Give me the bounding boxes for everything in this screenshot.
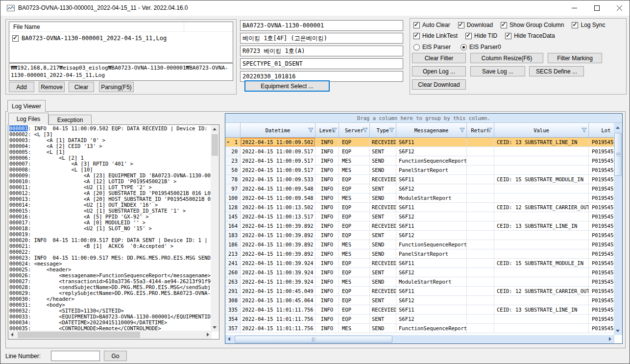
checkbox-download[interactable]: Download — [458, 22, 493, 28]
tab-log-files[interactable]: Log Files — [8, 113, 48, 125]
grid-cell[interactable]: INFO — [315, 212, 339, 221]
grid-cell[interactable]: CEID: 13 SUBSTRATE_LINE_IN — [494, 221, 589, 231]
log-line[interactable]: 000003: <A [1] DATAID '0' > — [9, 137, 211, 143]
grid-cell[interactable] — [467, 212, 494, 221]
log-line[interactable]: 000001: INFO 04-15 11:00:09.502 EQP: DAT… — [9, 125, 211, 131]
grid-cell[interactable] — [494, 315, 589, 324]
filter-marking-button[interactable]: Filter Marking — [548, 53, 602, 63]
log-line[interactable]: 000017: <A [0] MODULEID '' > — [9, 219, 211, 225]
checkbox-auto-clear[interactable]: Auto Clear — [413, 22, 450, 28]
maximize-button[interactable] — [585, 0, 608, 16]
equipment-id-field[interactable]: BA0723-OVNA-1130-000001 — [240, 20, 403, 31]
grid-cell[interactable]: MES — [339, 156, 370, 166]
minimize-button[interactable] — [563, 0, 585, 16]
grid-cell[interactable]: 78 — [225, 175, 241, 184]
checkbox-icon[interactable] — [458, 22, 464, 28]
equipment-select-button[interactable]: Equipment Select ... — [244, 80, 330, 92]
radio-eis-parser[interactable]: EIS Parser — [413, 44, 451, 50]
grid-cell[interactable]: SENT — [370, 268, 396, 277]
grid-cell[interactable]: S6F12 — [396, 268, 467, 277]
grid-cell[interactable]: 2022-04-15 11:01:11.756 — [241, 315, 315, 324]
grid-cell[interactable]: INFO — [315, 249, 339, 259]
log-grid[interactable]: Drag a column here to group by this colu… — [225, 113, 623, 344]
grid-cell[interactable]: 2022-04-15 11:00:39.924 — [241, 259, 315, 268]
grid-cell[interactable]: SENT — [370, 231, 396, 240]
grid-cell[interactable]: 2022-04-15 11:00:39.892 — [241, 221, 315, 231]
grid-cell[interactable] — [467, 296, 494, 305]
grid-cell[interactable]: RECEVIED — [370, 203, 396, 212]
log-horizontal-scrollbar[interactable] — [8, 331, 212, 339]
column-header-messagename[interactable]: Messagename — [396, 123, 467, 138]
secs-define-button[interactable]: SECS Define ... — [529, 66, 584, 76]
grid-cell[interactable]: INFO — [315, 268, 339, 277]
filter-icon[interactable] — [460, 128, 465, 133]
parsing-button[interactable]: Parsing(F5) — [99, 82, 134, 92]
grid-cell[interactable]: S6F12 — [396, 296, 467, 305]
grid-cell[interactable]: PanelStartReport — [396, 249, 467, 259]
checkbox-log-sync[interactable]: Log Sync — [572, 22, 605, 28]
checkbox-icon[interactable] — [413, 22, 420, 28]
grid-cell[interactable]: CEID: 15 SUBSTRATE_MODULE_IN — [494, 259, 589, 268]
grid-cell[interactable]: 291 — [225, 287, 241, 296]
grid-cell[interactable]: MES — [339, 194, 370, 203]
grid-cell[interactable]: SENT — [370, 147, 396, 156]
log-line[interactable]: 000013: <A [20] HOST_SUBSTRATE_ID 'P0195… — [9, 196, 211, 202]
grid-cell[interactable]: S6F11 — [396, 287, 467, 296]
log-line[interactable]: 000033: <EQUIPMENTID>BA0723-OVNA-1130-00… — [9, 314, 211, 319]
grid-cell[interactable]: INFO — [315, 221, 339, 231]
grid-cell[interactable] — [467, 240, 494, 249]
grid-cell[interactable]: CEID: 12 SUBSTRATE_CARRIER_OUT — [494, 203, 589, 212]
grid-vertical-scrollbar[interactable] — [614, 123, 622, 335]
column-header-value[interactable]: Value — [494, 123, 589, 138]
grid-cell[interactable]: 183 — [225, 231, 241, 240]
grid-cell[interactable]: 2022-04-15 11:00:45.064 — [241, 296, 315, 305]
log-line[interactable]: 000006: <L [2] 1 — [9, 155, 211, 161]
grid-cell[interactable]: 164 — [225, 221, 241, 231]
grid-cell[interactable]: INFO — [315, 287, 339, 296]
grid-cell[interactable]: S6F11 — [396, 221, 467, 231]
grid-cell[interactable]: SEND — [370, 156, 396, 166]
grid-cell[interactable] — [494, 268, 589, 277]
grid-cell[interactable]: RECEVIED — [370, 305, 396, 315]
equipment-model-field[interactable]: R0723 베이킹 1호(A) — [240, 46, 403, 56]
filter-icon[interactable] — [363, 128, 368, 133]
checkbox-hide-linktest[interactable]: Hide LinkTest — [413, 32, 458, 39]
grid-cell[interactable]: 97 — [225, 184, 241, 194]
grid-cell[interactable]: EQP — [339, 305, 370, 315]
log-line[interactable]: 000005: <L [1] — [9, 149, 211, 155]
grid-cell[interactable]: 2022-04-15 11:00:09.517 — [241, 166, 315, 175]
log-line[interactable]: 000012: <A [20] SUBSTRATE_ID 'P019545002… — [9, 190, 211, 196]
grid-cell[interactable]: EQP — [339, 147, 370, 156]
grid-cell[interactable] — [494, 249, 589, 259]
log-line[interactable]: 000022: — [9, 249, 211, 255]
grid-cell[interactable] — [467, 324, 494, 333]
grid-cell[interactable]: INFO — [315, 156, 339, 166]
filter-icon[interactable] — [308, 128, 314, 133]
grid-cell[interactable]: 2022-04-15 11:00:45.049 — [241, 287, 315, 296]
grid-cell[interactable] — [467, 194, 494, 203]
checkbox-hide-tracedata[interactable]: Hide TraceData — [505, 32, 555, 39]
spectype-field[interactable]: SPECTYPE_01_DSENT — [240, 58, 403, 69]
grid-cell[interactable]: INFO — [315, 175, 339, 184]
grid-cell[interactable]: 50 — [225, 166, 241, 175]
file-list-header[interactable]: File Name — [9, 22, 233, 32]
radio-icon[interactable] — [413, 44, 420, 50]
grid-cell[interactable]: EQP — [339, 203, 370, 212]
grid-cell[interactable]: S6F12 — [396, 212, 467, 221]
group-by-band[interactable]: Drag a column here to group by this colu… — [225, 114, 622, 123]
grid-cell[interactable]: SENT — [370, 212, 396, 221]
grid-cell[interactable]: SENT — [370, 315, 396, 324]
add-button[interactable]: Add — [9, 82, 34, 92]
checkbox-icon[interactable] — [465, 33, 472, 39]
grid-cell[interactable]: 263 — [225, 277, 241, 287]
table-row[interactable]: 2632022-04-15 11:00:39.924INFOMESSENDMod… — [225, 277, 623, 287]
save-log-button[interactable]: Save Log ... — [470, 66, 525, 76]
log-line[interactable]: 000011: <U2 [1] LOT_TYPE '2' > — [9, 184, 211, 190]
grid-cell[interactable]: INFO — [315, 138, 339, 147]
column-header-level[interactable]: Level — [315, 123, 339, 138]
log-vertical-scrollbar[interactable] — [211, 125, 219, 332]
line-number-input[interactable] — [51, 351, 100, 361]
grid-cell[interactable]: EQP — [339, 287, 370, 296]
grid-cell[interactable] — [494, 231, 589, 240]
checkbox-icon[interactable] — [501, 22, 507, 28]
